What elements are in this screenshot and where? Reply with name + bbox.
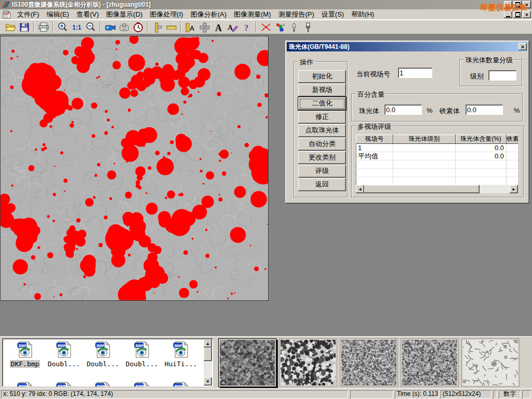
file-name: Doubl...: [86, 360, 121, 368]
svg-text:BMP: BMP: [19, 344, 27, 348]
table-row[interactable]: 平均值0.0: [356, 152, 518, 161]
file-item-row2-1[interactable]: BMP: [45, 382, 83, 387]
menu-item-4[interactable]: 图像处理(I): [146, 9, 187, 20]
menu-item-3[interactable]: 图像显示(D): [102, 9, 146, 20]
thumbnail-2[interactable]: [340, 338, 398, 387]
curve-tool-button[interactable]: [259, 21, 273, 34]
dialog-titlebar[interactable]: 珠光体(GB/T9441-88) ×: [287, 42, 528, 51]
ferrite-percent-input[interactable]: [466, 104, 503, 115]
file-vscroll-track[interactable]: [204, 348, 212, 377]
op-button-6[interactable]: 更改类别: [298, 151, 346, 164]
status-empty-3: [522, 390, 531, 398]
bmp-file-icon: BMP: [172, 382, 190, 387]
table-hscrollbar[interactable]: ◄ ►: [356, 185, 518, 193]
document-icon: DOC: [2, 10, 11, 19]
file-item-row2-0[interactable]: BMP: [6, 382, 44, 387]
svg-text:BMP: BMP: [175, 344, 183, 348]
file-item-2[interactable]: BMPDoubl...: [84, 341, 122, 368]
status-mode: 数字: [499, 390, 521, 398]
dialog-close-icon: ×: [521, 44, 524, 50]
file-vscroll-thumb[interactable]: [204, 348, 212, 361]
multi-field-table[interactable]: 视场号珠光体级别珠光体含量(%)铁素体含量(%)10.0平均值0.0: [356, 135, 518, 185]
op-button-3[interactable]: 修正: [298, 111, 346, 124]
table-hscroll-track[interactable]: [364, 185, 510, 193]
file-name: HuiTi...: [164, 360, 198, 368]
op-button-0[interactable]: 初始化: [298, 70, 346, 83]
grade-level-input[interactable]: [488, 70, 516, 81]
thumbnail-4[interactable]: [461, 338, 520, 387]
file-item-1[interactable]: BMPDoubl...: [45, 341, 83, 368]
camera-capture-button[interactable]: [117, 21, 131, 34]
measure-text-button[interactable]: A: [183, 21, 197, 34]
menu-item-7[interactable]: 测量报告(P): [274, 9, 317, 20]
table-cell: [507, 161, 518, 169]
open-file-button[interactable]: [3, 21, 17, 34]
timer-button[interactable]: [131, 21, 145, 34]
file-item-row2-2[interactable]: BMP: [84, 382, 122, 387]
scroll-up-arrow-icon[interactable]: ▲: [204, 339, 212, 348]
scroll-left-arrow-icon[interactable]: ◄: [356, 185, 364, 193]
table-col-1[interactable]: 珠光体级别: [393, 135, 456, 144]
menu-item-6[interactable]: 图像测量(M): [230, 9, 275, 20]
op-button-5[interactable]: 自动分类: [298, 138, 346, 151]
actual-size-button[interactable]: 1:1: [70, 21, 84, 34]
menu-item-2[interactable]: 查看(V): [73, 9, 102, 20]
zoom-out-button[interactable]: [84, 21, 98, 34]
table-col-3[interactable]: 铁素体含量(%): [507, 135, 518, 144]
menu-item-9[interactable]: 帮助(H): [348, 9, 378, 20]
menu-item-0[interactable]: 文件(F): [14, 9, 43, 20]
grid-measure-button[interactable]: [197, 21, 211, 34]
app-icon: [2, 1, 10, 8]
help-button[interactable]: ?: [240, 21, 254, 34]
thumbnail-1[interactable]: [279, 338, 337, 387]
file-list-vscrollbar[interactable]: ▲ ▼: [204, 339, 212, 385]
mdi-workspace: 珠光体(GB/T9441-88) × 操作 初始化新视场二值化修正点取珠光体自动…: [0, 34, 532, 336]
particle-marker-button[interactable]: 3: [273, 21, 287, 34]
table-row[interactable]: [356, 177, 518, 185]
toolbar-separator: [33, 21, 34, 33]
window-titlebar: IS100显微摄像系统(金相分析版) - [zhuguangti01] ×: [0, 0, 532, 9]
file-item-4[interactable]: BMPHuiTi...: [162, 341, 200, 368]
menu-item-8[interactable]: 设置(S): [318, 9, 348, 20]
menu-item-1[interactable]: 编辑(E): [43, 9, 73, 20]
pearlite-percent-input[interactable]: [384, 104, 422, 115]
ruler-button[interactable]: [164, 21, 178, 34]
video-capture-button[interactable]: [103, 21, 117, 34]
file-item-row2-3[interactable]: BMP: [123, 382, 161, 387]
metallographic-image[interactable]: [0, 36, 269, 301]
text-annotate-icon: A: [213, 22, 224, 33]
menu-item-5[interactable]: 图像分析(A): [187, 9, 230, 20]
zoom-in-button[interactable]: [56, 21, 70, 34]
thumbnail-0[interactable]: [218, 338, 276, 387]
table-col-0[interactable]: 视场号: [356, 135, 393, 144]
caliper-button[interactable]: [150, 21, 164, 34]
scroll-right-arrow-icon[interactable]: ►: [510, 185, 518, 193]
file-name: Doubl...: [47, 360, 82, 368]
table-row[interactable]: 10.0: [356, 144, 518, 152]
save-button[interactable]: [17, 21, 31, 34]
scroll-down-arrow-icon[interactable]: ▼: [204, 377, 212, 385]
table-hscroll-thumb[interactable]: [364, 185, 480, 193]
table-row[interactable]: [356, 161, 518, 169]
print-button[interactable]: [36, 21, 50, 34]
actual-size-icon: 1:1: [71, 22, 83, 33]
file-item-row2-4[interactable]: BMP: [162, 382, 200, 387]
table-col-2[interactable]: 珠光体含量(%): [456, 135, 507, 144]
table-row[interactable]: [356, 169, 518, 177]
thumbnail-3[interactable]: [401, 338, 459, 387]
dialog-close-button[interactable]: ×: [518, 43, 527, 50]
brush-tool-button[interactable]: [301, 21, 315, 34]
op-button-8[interactable]: 返回: [298, 178, 346, 191]
op-button-4[interactable]: 点取珠光体: [298, 124, 346, 137]
file-browser: BMPDKF.bmpBMPDoubl...BMPDoubl...BMPDoubl…: [2, 338, 213, 387]
edit-annotate-button[interactable]: A: [225, 21, 240, 34]
bmp-file-icon: BMP: [55, 341, 73, 358]
op-button-1[interactable]: 新视场: [298, 84, 346, 97]
pen-tool-button[interactable]: [287, 21, 301, 34]
file-item-0[interactable]: BMPDKF.bmp: [6, 341, 44, 368]
op-button-2[interactable]: 二值化: [298, 97, 346, 110]
text-annotate-button[interactable]: A: [211, 21, 225, 34]
file-item-3[interactable]: BMPDoubl...: [123, 341, 161, 368]
op-button-7[interactable]: 评级: [298, 165, 346, 178]
current-field-input[interactable]: [398, 68, 432, 78]
